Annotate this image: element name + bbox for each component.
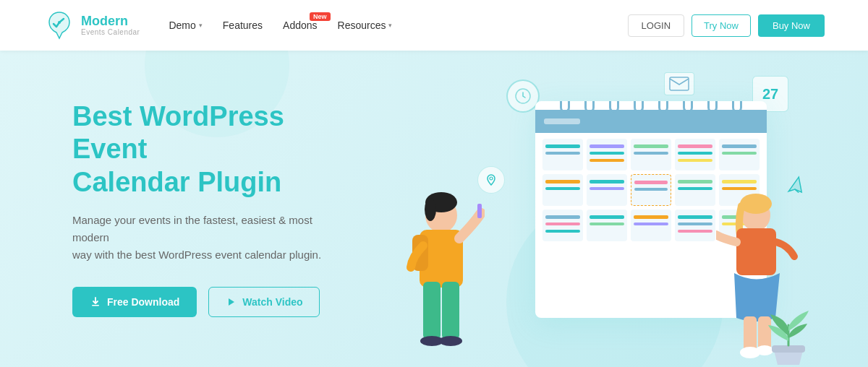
calendar-rings-row [535,101,767,113]
event-bar [545,180,580,184]
logo-tagline: Events Calendar [81,28,140,36]
nav-addons[interactable]: Addons New [283,20,317,31]
event-bar [590,187,624,190]
buy-now-button[interactable]: Buy Now [758,14,825,37]
addons-new-badge: New [310,12,331,21]
event-bar [634,215,668,219]
calendar-cell [675,210,715,241]
nav-resources[interactable]: Resources ▾ [338,20,393,31]
event-bar [634,223,668,225]
svg-point-14 [439,336,462,346]
calendar-cell [675,139,715,170]
event-bar [634,152,668,155]
svg-rect-1 [92,305,99,306]
hero-description: Manage your events in the fastest, easie… [72,212,347,264]
chevron-down-icon: ▾ [388,22,392,29]
event-bar [590,144,624,148]
calendar-ring [707,101,718,113]
event-bar [590,152,624,155]
calendar-cell [587,139,627,170]
download-icon [90,296,101,308]
event-bar [678,223,712,225]
calendar-cell [542,139,583,170]
event-bar [678,159,712,162]
svg-rect-18 [736,228,776,275]
calendar-cell [542,210,583,241]
calendar-header [535,110,767,133]
svg-point-8 [425,198,436,221]
plant-icon [760,296,817,367]
event-bar [722,144,757,148]
event-bar [678,152,712,155]
calendar-ring [634,101,644,113]
svg-rect-11 [423,282,441,340]
event-bar [678,187,712,190]
svg-marker-2 [229,298,234,306]
person1-illustration [398,181,485,367]
calendar-cell [542,174,583,206]
person1-svg [398,181,485,367]
nav-demo[interactable]: Demo ▾ [169,20,202,31]
logo[interactable]: Modern Events Calendar [43,9,140,41]
hero-title: Best WordPress Event Calendar Plugin [72,100,347,199]
location-icon [485,173,498,186]
hero-content: Best WordPress Event Calendar Plugin Man… [0,100,347,318]
calendar-cell [587,174,627,206]
event-bar [678,144,712,148]
nav-features[interactable]: Features [223,20,263,31]
calendar-cell [631,139,671,170]
hero-illustration: 27 [376,65,825,367]
svg-rect-12 [442,282,459,340]
event-bar [634,144,668,148]
calendar-ring [584,101,595,113]
try-now-button[interactable]: Try Now [692,14,751,37]
svg-point-0 [58,21,61,24]
svg-rect-4 [670,77,689,90]
event-bar [678,215,712,219]
chevron-down-icon: ▾ [199,22,203,29]
event-bar [545,187,580,190]
hero-section: Best WordPress Event Calendar Plugin Man… [0,51,868,367]
calendar-ring [683,101,693,113]
clock-icon [514,87,532,105]
event-bar [590,215,624,219]
calendar-cell [631,174,671,206]
event-bar [590,159,624,162]
free-download-button[interactable]: Free Download [72,287,197,317]
event-bar [678,230,712,233]
event-bar [545,152,580,155]
calendar-cell [587,210,627,241]
calendar-header-bar [544,118,580,124]
navbar: Modern Events Calendar Demo ▾ Features A… [0,0,868,51]
nav-links: Demo ▾ Features Addons New Resources ▾ [169,20,627,31]
logo-brand-name: Modern [81,14,140,29]
svg-rect-15 [477,204,482,218]
calendar-cell [631,210,671,241]
event-bar [545,230,580,233]
event-bar [590,223,624,225]
watch-video-button[interactable]: Watch Video [208,287,319,317]
nav-actions: LOGIN Try Now Buy Now [628,14,825,37]
calendar-ring [560,101,570,113]
svg-point-5 [490,177,493,180]
float-envelope-decoration [664,72,694,95]
event-bar [545,144,580,148]
event-bar [545,223,580,225]
event-bar [634,181,668,184]
event-bar [678,180,712,184]
logo-icon [43,9,75,41]
calendar-cell [675,174,715,206]
event-bar [545,215,580,219]
plant-decoration [760,296,817,367]
calendar-ring [658,101,668,113]
logo-text: Modern Events Calendar [81,14,140,37]
calendar-ring [732,101,742,113]
calendar-cell [719,139,760,170]
login-button[interactable]: LOGIN [628,14,684,37]
hero-cta-buttons: Free Download Watch Video [72,287,347,317]
envelope-icon [669,77,689,91]
svg-point-17 [740,194,772,214]
event-bar [722,152,757,155]
event-bar [590,180,624,184]
play-icon [225,296,237,308]
